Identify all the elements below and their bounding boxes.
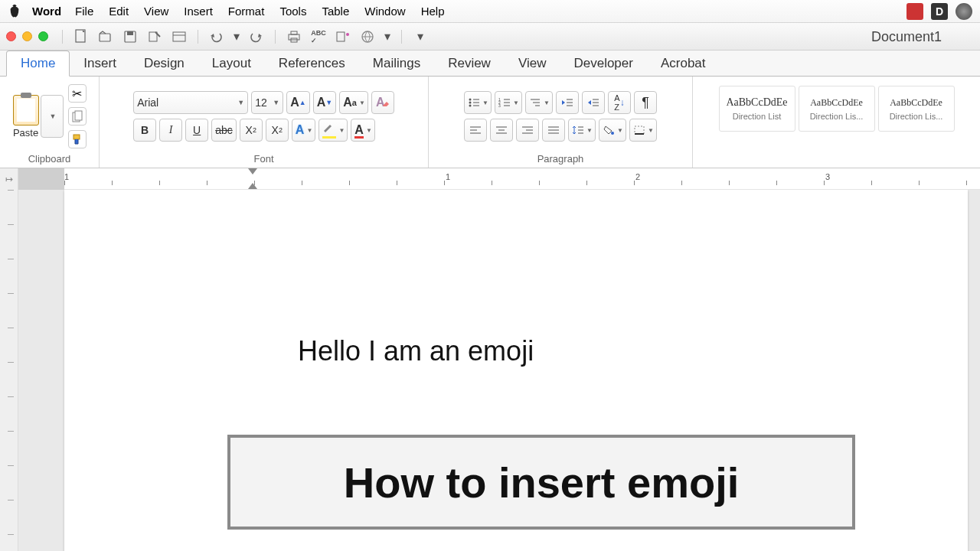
spellcheck-button[interactable]: ABC✓: [309, 28, 328, 46]
svg-rect-8: [291, 31, 297, 34]
tab-selector[interactable]: [0, 168, 18, 190]
menubar-app-name[interactable]: Word: [32, 5, 61, 18]
bucket-icon: [603, 125, 615, 135]
font-size-combo[interactable]: 12▼: [251, 91, 283, 114]
clear-formatting-button[interactable]: A: [371, 91, 394, 114]
tab-references[interactable]: References: [265, 51, 359, 76]
borders-icon: [633, 125, 645, 135]
font-color-button[interactable]: A: [351, 119, 375, 142]
sort-button[interactable]: AZ↓: [608, 91, 631, 114]
svg-rect-15: [74, 135, 80, 139]
multilevel-list-button[interactable]: [525, 91, 553, 114]
font-group-label: Font: [253, 153, 273, 166]
pilcrow-icon: ¶: [642, 95, 649, 111]
menu-insert[interactable]: Insert: [184, 5, 213, 18]
subscript-button[interactable]: X2: [240, 119, 263, 142]
text-effects-button[interactable]: A: [292, 119, 316, 142]
tab-view[interactable]: View: [505, 51, 560, 76]
svg-rect-7: [289, 34, 299, 40]
style-item-3[interactable]: AaBbCcDdEe Direction Lis...: [878, 86, 955, 132]
show-paragraph-marks-button[interactable]: ¶: [634, 91, 657, 114]
borders-button[interactable]: [629, 119, 657, 142]
format-painter-button[interactable]: [68, 130, 87, 148]
multilevel-icon: [529, 97, 541, 108]
open-button[interactable]: [96, 28, 115, 46]
tab-acrobat[interactable]: Acrobat: [647, 51, 720, 76]
undo-button[interactable]: [207, 28, 226, 46]
page-area[interactable]: Hello I am an emoji How to insert emoji: [18, 190, 980, 551]
vertical-ruler[interactable]: [0, 190, 18, 551]
share-dropdown[interactable]: ▾: [383, 28, 392, 46]
italic-button[interactable]: I: [159, 119, 182, 142]
copy-button[interactable]: [68, 107, 87, 126]
overlay-caption-text: How to insert emoji: [344, 458, 740, 507]
align-center-button[interactable]: [490, 119, 513, 142]
document-body-text[interactable]: Hello I am an emoji: [298, 335, 534, 367]
menu-tools[interactable]: Tools: [279, 5, 306, 18]
menu-help[interactable]: Help: [421, 5, 445, 18]
brush-icon: [71, 133, 83, 145]
window-titlebar: ▾ ABC✓ ▾ ▾ Document1: [0, 23, 980, 51]
line-spacing-button[interactable]: [568, 119, 596, 142]
share-button[interactable]: [358, 28, 377, 46]
horizontal-ruler[interactable]: 1 1 2 3: [0, 168, 980, 190]
cut-button[interactable]: ✂: [68, 84, 87, 103]
menu-view[interactable]: View: [144, 5, 168, 18]
document-page[interactable]: Hello I am an emoji How to insert emoji: [64, 190, 968, 551]
menu-table[interactable]: Table: [322, 5, 349, 18]
superscript-button[interactable]: X2: [266, 119, 289, 142]
underline-button[interactable]: U: [185, 119, 208, 142]
shading-button[interactable]: [599, 119, 626, 142]
menu-format[interactable]: Format: [228, 5, 265, 18]
grow-font-button[interactable]: A▲: [286, 91, 309, 114]
svg-rect-53: [635, 126, 644, 134]
undo-dropdown[interactable]: ▾: [232, 28, 241, 46]
menu-file[interactable]: File: [75, 5, 93, 18]
tab-insert[interactable]: Insert: [70, 51, 130, 76]
tab-review[interactable]: Review: [434, 51, 505, 76]
strikethrough-button[interactable]: abc: [211, 119, 237, 142]
shrink-font-button[interactable]: A▼: [313, 91, 336, 114]
hanging-indent-marker[interactable]: [248, 183, 257, 189]
numbering-button[interactable]: 123: [495, 91, 522, 114]
first-line-indent-marker[interactable]: [248, 168, 257, 174]
bullets-button[interactable]: [464, 91, 492, 114]
menubar-extra-icon-2[interactable]: D: [931, 3, 948, 20]
tab-developer[interactable]: Developer: [560, 51, 647, 76]
justify-button[interactable]: [542, 119, 565, 142]
align-right-button[interactable]: [516, 119, 539, 142]
highlight-button[interactable]: [318, 119, 348, 142]
quick-access-toolbar: ▾ ABC✓ ▾ ▾: [59, 28, 430, 46]
tab-mailings[interactable]: Mailings: [359, 51, 434, 76]
tab-design[interactable]: Design: [130, 51, 198, 76]
menubar-extra-icon-1[interactable]: [906, 3, 923, 20]
bold-button[interactable]: B: [133, 119, 156, 142]
zoom-window-button[interactable]: [38, 31, 48, 41]
close-window-button[interactable]: [6, 31, 16, 41]
paste-dropdown[interactable]: ▼: [41, 95, 64, 138]
save-button[interactable]: [121, 28, 139, 46]
style-item-1[interactable]: AaBbCcDdEe Direction List: [719, 86, 795, 132]
minimize-window-button[interactable]: [22, 31, 32, 41]
markup-button[interactable]: [334, 28, 352, 46]
tab-layout[interactable]: Layout: [198, 51, 265, 76]
change-case-button[interactable]: Aa: [339, 91, 368, 114]
align-left-button[interactable]: [464, 119, 487, 142]
clipboard-group-label: Clipboard: [28, 153, 71, 166]
template-button[interactable]: [170, 28, 188, 46]
style-item-2[interactable]: AaBbCcDdEe Direction Lis...: [799, 86, 875, 132]
apple-icon[interactable]: [8, 5, 21, 18]
menubar-extra-icon-3[interactable]: [956, 3, 972, 20]
qat-customize-dropdown[interactable]: ▾: [411, 28, 430, 46]
tab-home[interactable]: Home: [6, 51, 70, 77]
decrease-indent-button[interactable]: [556, 91, 579, 114]
font-name-combo[interactable]: Arial▼: [133, 91, 248, 114]
print-button[interactable]: [285, 28, 303, 46]
menu-window[interactable]: Window: [364, 5, 405, 18]
edit-button[interactable]: [145, 28, 164, 46]
redo-button[interactable]: [247, 28, 266, 46]
menu-edit[interactable]: Edit: [109, 5, 129, 18]
new-doc-button[interactable]: [72, 28, 90, 46]
paste-button[interactable]: Paste: [13, 95, 39, 139]
increase-indent-button[interactable]: [582, 91, 605, 114]
